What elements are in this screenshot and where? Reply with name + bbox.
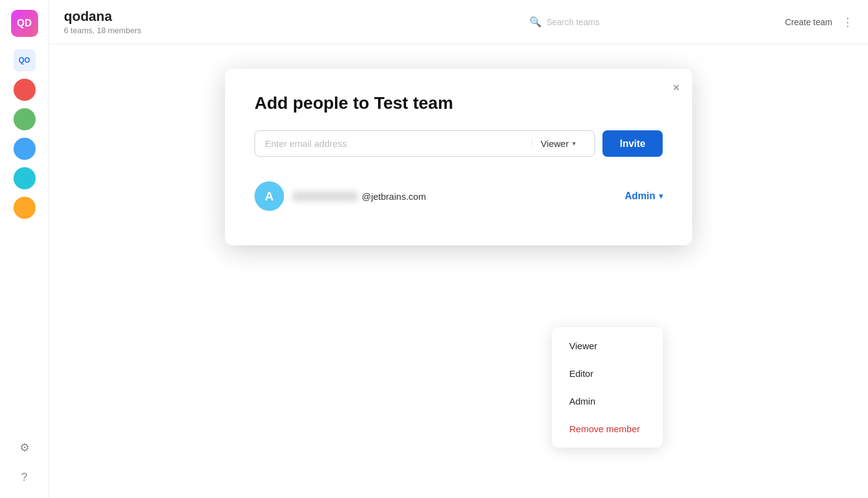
role-dropdown-chevron-icon: ▾ <box>572 140 576 148</box>
main-content: qodana 6 teams, 18 members 🔍 Search team… <box>49 0 868 498</box>
member-row: A ██████████ @jetbrains.com Admin ▾ <box>254 176 663 216</box>
role-option-admin[interactable]: Admin <box>552 387 663 415</box>
help-icon[interactable]: ? <box>14 466 36 488</box>
background-page: QD QO ⚙ ? qodana 6 teams, 18 members 🔍 S… <box>0 0 868 498</box>
email-input-wrapper: Viewer ▾ <box>254 130 595 157</box>
member-role-chevron-icon: ▾ <box>659 192 663 200</box>
sidebar-avatar-3[interactable] <box>14 138 36 160</box>
role-menu: Viewer Editor Admin Remove member <box>552 327 663 448</box>
org-name: qodana <box>64 9 141 25</box>
create-team-button[interactable]: Create team <box>785 17 832 27</box>
invite-button[interactable]: Invite <box>602 130 663 157</box>
role-dropdown[interactable]: Viewer ▾ <box>532 138 585 149</box>
search-icon: 🔍 <box>529 16 542 28</box>
org-subtitle: 6 teams, 18 members <box>64 26 141 35</box>
search-box[interactable]: 🔍 Search teams <box>529 16 775 28</box>
sidebar: QD QO ⚙ ? <box>0 0 49 498</box>
top-bar: qodana 6 teams, 18 members 🔍 Search team… <box>49 0 868 44</box>
member-role-selector[interactable]: Admin ▾ <box>625 191 663 202</box>
modal-backdrop: × Add people to Test team Viewer ▾ Invit… <box>49 44 868 498</box>
selected-role-label: Viewer <box>541 138 569 149</box>
sidebar-avatar-2[interactable] <box>14 108 36 130</box>
modal-close-button[interactable]: × <box>673 81 680 93</box>
sidebar-avatar-5[interactable] <box>14 197 36 219</box>
member-email: ██████████ @jetbrains.com <box>293 191 616 202</box>
invite-row: Viewer ▾ Invite <box>254 130 663 157</box>
modal-title: Add people to Test team <box>254 93 663 113</box>
more-options-icon[interactable]: ⋮ <box>842 15 853 29</box>
sidebar-avatar-4[interactable] <box>14 167 36 189</box>
org-info: qodana 6 teams, 18 members <box>64 9 141 35</box>
role-option-remove[interactable]: Remove member <box>552 415 663 443</box>
member-email-domain: @jetbrains.com <box>361 191 425 202</box>
member-role-label: Admin <box>625 191 655 202</box>
role-option-editor[interactable]: Editor <box>552 360 663 387</box>
search-placeholder: Search teams <box>546 17 599 27</box>
add-people-modal: × Add people to Test team Viewer ▾ Invit… <box>225 69 692 245</box>
sidebar-avatar-1[interactable] <box>14 79 36 101</box>
member-email-blurred: ██████████ <box>293 191 358 202</box>
settings-icon[interactable]: ⚙ <box>14 437 36 459</box>
app-logo: QD <box>11 10 38 37</box>
org-initials[interactable]: QO <box>14 49 36 71</box>
email-input[interactable] <box>265 131 532 156</box>
page-body: × Add people to Test team Viewer ▾ Invit… <box>49 44 868 498</box>
member-avatar: A <box>254 181 284 211</box>
role-option-viewer[interactable]: Viewer <box>552 332 663 360</box>
